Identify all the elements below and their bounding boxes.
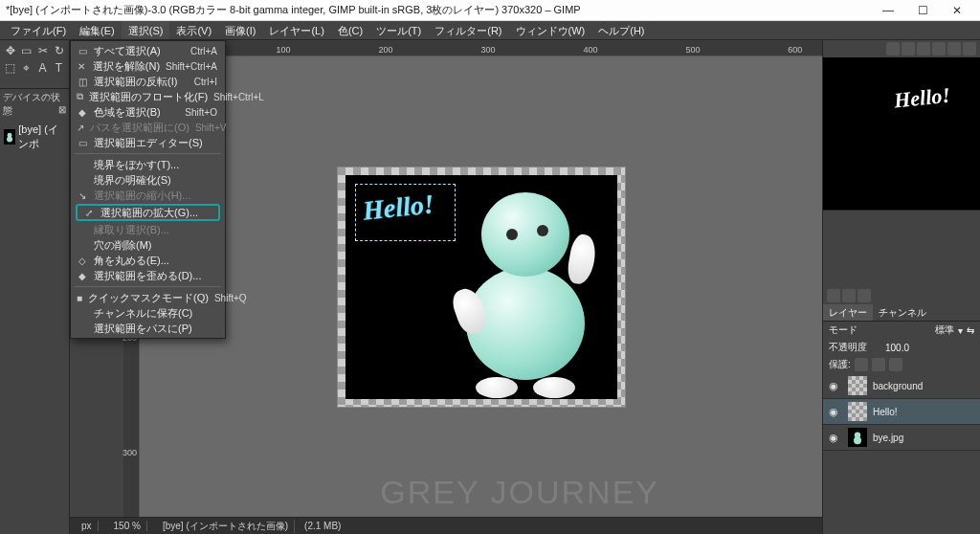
menu-item-label: 選択範囲のフロート化(F) xyxy=(89,90,208,104)
tool-rotate[interactable]: ↻ xyxy=(51,42,67,59)
menu-help[interactable]: ヘルプ(H) xyxy=(591,21,651,39)
ruler-h-tick: 300 xyxy=(481,45,496,55)
layer-item[interactable]: ◉ Hello! xyxy=(823,399,980,425)
status-unit[interactable]: px xyxy=(76,521,99,531)
svg-point-1 xyxy=(7,136,12,142)
toolbox: ✥ ▭ ✂ ↻ ⬚ ⌖ A T xyxy=(0,40,69,78)
menu-image[interactable]: 画像(I) xyxy=(218,21,262,39)
menu-window[interactable]: ウィンドウ(W) xyxy=(509,21,592,39)
tool-crop[interactable]: ⬚ xyxy=(2,59,18,77)
tool-text-a[interactable]: A xyxy=(34,59,51,77)
tool-measure[interactable]: ⌖ xyxy=(18,59,34,77)
close-icon[interactable]: ⊠ xyxy=(58,104,66,115)
menu-item[interactable]: ▭選択範囲エディター(S) xyxy=(71,135,225,150)
open-document-item[interactable]: [bye] (インポ xyxy=(0,120,69,154)
navigation-preview[interactable]: Hello! xyxy=(823,57,980,211)
device-status-header: デバイスの状態 ⊠ xyxy=(0,88,69,120)
menu-item[interactable]: ◆色域を選択(B)Shift+O xyxy=(71,104,225,120)
lock-pixels-icon[interactable] xyxy=(855,358,868,371)
menu-item[interactable]: ◫選択範囲の反転(I)Ctrl+I xyxy=(71,74,225,89)
menu-item[interactable]: ✕選択を解除(N)Shift+Ctrl+A xyxy=(71,58,225,74)
layer-item[interactable]: ◉ bye.jpg xyxy=(823,425,980,451)
canvas-viewport[interactable]: Hello! GREY JOURNEY xyxy=(140,56,822,517)
menu-item[interactable]: ■クイックマスクモード(Q)Shift+Q xyxy=(71,290,225,305)
eye-icon[interactable]: ◉ xyxy=(829,432,842,444)
menu-item-label: 境界の明確化(S) xyxy=(94,173,212,188)
window-maximize-button[interactable]: ☐ xyxy=(905,0,940,21)
dock-icon[interactable] xyxy=(842,289,856,302)
menu-item[interactable]: ⤢選択範囲の拡大(G)... xyxy=(76,204,220,221)
dock-icon[interactable] xyxy=(917,42,930,56)
tab-layers[interactable]: レイヤー xyxy=(823,304,873,321)
dock-icon[interactable] xyxy=(963,42,976,56)
dock-icon[interactable] xyxy=(827,289,840,302)
layer-tabs: レイヤー チャンネル xyxy=(823,304,980,322)
tool-rect[interactable]: ▭ xyxy=(18,42,34,59)
layer-name[interactable]: background xyxy=(873,381,974,391)
tab-channels[interactable]: チャンネル xyxy=(873,304,932,321)
mode-label: モード xyxy=(829,323,858,337)
menu-layer[interactable]: レイヤー(L) xyxy=(262,21,330,39)
menu-item[interactable]: ◇角を丸める(E)... xyxy=(71,253,225,268)
mode-swap-icon[interactable]: ⇆ xyxy=(967,325,974,336)
layer-item[interactable]: ◉ background xyxy=(823,373,980,399)
menu-item-icon: ■ xyxy=(77,293,82,303)
menu-item[interactable]: 選択範囲をパスに(P) xyxy=(71,321,225,336)
watermark-text: GREY JOURNEY xyxy=(380,474,659,511)
menu-item[interactable]: ◆選択範囲を歪める(D)... xyxy=(71,268,225,283)
menu-item-label: 選択範囲エディター(S) xyxy=(94,136,212,150)
menu-color[interactable]: 色(C) xyxy=(331,21,369,39)
ruler-horizontal[interactable]: 0 100 200 300 400 500 600 xyxy=(140,40,822,56)
menu-item-shortcut: Shift+O xyxy=(185,107,217,118)
menu-tools[interactable]: ツール(T) xyxy=(369,21,428,39)
menu-item[interactable]: 穴の削除(M) xyxy=(71,237,225,253)
document-label: [bye] (インポ xyxy=(18,122,65,151)
menu-item-icon: ▭ xyxy=(77,46,88,56)
window-close-button[interactable]: ✕ xyxy=(940,0,974,21)
chevron-down-icon[interactable]: ▾ xyxy=(958,325,963,336)
opacity-value[interactable]: 100.0 xyxy=(871,343,909,353)
tool-text-t[interactable]: T xyxy=(51,59,67,77)
dock-icon[interactable] xyxy=(886,42,900,56)
menu-item[interactable]: チャンネルに保存(C) xyxy=(71,305,225,321)
menu-item-label: クイックマスクモード(Q) xyxy=(88,291,209,305)
layer-name[interactable]: bye.jpg xyxy=(873,433,974,443)
tool-scissors[interactable]: ✂ xyxy=(34,42,51,59)
eye-icon[interactable]: ◉ xyxy=(829,380,842,392)
status-zoom[interactable]: 150 % xyxy=(108,521,147,531)
menu-item[interactable]: ⧉選択範囲のフロート化(F)Shift+Ctrl+L xyxy=(71,89,225,104)
layer-list: ◉ background ◉ Hello! ◉ bye.jpg xyxy=(823,373,980,534)
ruler-h-tick: 200 xyxy=(379,45,393,55)
menubar: ファイル(F) 編集(E) 選択(S) 表示(V) 画像(I) レイヤー(L) … xyxy=(0,21,980,40)
dock-icon[interactable] xyxy=(858,289,871,302)
menu-item[interactable]: 境界の明確化(S) xyxy=(71,172,225,188)
eye-icon[interactable]: ◉ xyxy=(829,406,842,418)
menu-separator xyxy=(75,286,221,287)
lock-alpha-icon[interactable] xyxy=(889,358,902,371)
dock-icon[interactable] xyxy=(932,42,946,56)
menu-item[interactable]: 境界をぼかす(T)... xyxy=(71,157,225,172)
menu-file[interactable]: ファイル(F) xyxy=(4,21,73,39)
status-size: (2.1 MB) xyxy=(304,521,341,531)
lock-position-icon[interactable] xyxy=(872,358,885,371)
mode-value[interactable]: 標準 xyxy=(935,323,954,337)
status-doc: [bye] (インポートされた画像) xyxy=(157,520,295,533)
menu-select[interactable]: 選択(S) xyxy=(122,21,170,39)
menu-item-icon: ◆ xyxy=(77,271,88,281)
menu-item-label: 選択を解除(N) xyxy=(93,59,160,74)
tool-move[interactable]: ✥ xyxy=(2,42,18,59)
menu-edit[interactable]: 編集(E) xyxy=(73,21,122,39)
layer-name[interactable]: Hello! xyxy=(873,407,974,417)
menu-item-label: 選択範囲の反転(I) xyxy=(94,75,189,89)
menu-item: ↘選択範囲の縮小(H)... xyxy=(71,188,225,203)
menu-filters[interactable]: フィルター(R) xyxy=(428,21,508,39)
dock-icon[interactable] xyxy=(947,42,961,56)
window-minimize-button[interactable]: — xyxy=(871,0,905,21)
menu-item: 縁取り選択(B)... xyxy=(71,222,225,237)
menu-item: ↗パスを選択範囲に(O)Shift+V xyxy=(71,120,225,135)
menu-view[interactable]: 表示(V) xyxy=(169,21,218,39)
menu-item-label: 色域を選択(B) xyxy=(94,105,179,120)
dock-icon[interactable] xyxy=(902,42,915,56)
menu-item[interactable]: ▭すべて選択(A)Ctrl+A xyxy=(71,43,225,58)
artboard[interactable]: Hello! xyxy=(338,167,625,407)
